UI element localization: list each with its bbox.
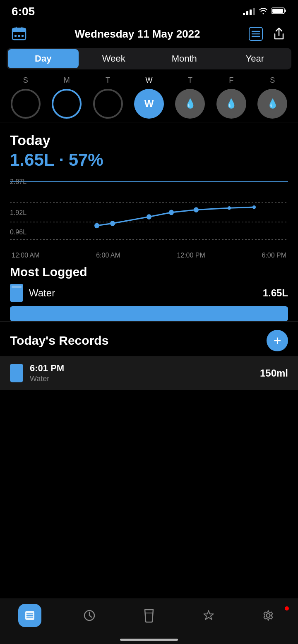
svg-point-21 [169, 210, 174, 215]
friday-ring: 💧 [216, 89, 246, 119]
add-record-button[interactable]: + [267, 330, 288, 351]
tab-month[interactable]: Month [149, 49, 220, 68]
records-header: Today's Records + [0, 321, 298, 351]
nav-item-favorites[interactable] [179, 604, 238, 627]
status-icons [243, 7, 286, 17]
today-label: Today [10, 132, 288, 148]
most-logged-row: Water 1.65L [10, 284, 288, 302]
svg-point-19 [110, 221, 115, 226]
nav-item-today[interactable] [0, 604, 60, 627]
today-stats: 1.65L · 57% [10, 150, 288, 170]
svg-rect-8 [18, 35, 20, 37]
chart-x-label-2: 12:00 PM [177, 252, 205, 259]
chart-x-labels: 12:00 AM 6:00 AM 12:00 PM 6:00 PM [10, 252, 288, 259]
chart-x-label-0: 12:00 AM [12, 252, 40, 259]
share-button[interactable] [270, 25, 288, 43]
list-button[interactable] [247, 25, 265, 43]
day-friday[interactable]: F 💧 [216, 76, 246, 119]
star-nav-icon [202, 609, 215, 622]
day-wednesday[interactable]: W W [134, 76, 164, 119]
battery-icon [272, 7, 286, 17]
bottom-navigation [0, 599, 298, 644]
sunday-ring [11, 89, 41, 119]
water-chart: 2.87L 1.92L 0.96L 12:00 AM 6:00 AM 12:00… [10, 178, 288, 257]
svg-rect-4 [12, 28, 26, 32]
list-nav-icon [24, 610, 36, 621]
svg-rect-1 [285, 10, 286, 12]
chart-x-label-3: 6:00 PM [262, 252, 286, 259]
svg-point-22 [194, 207, 199, 212]
period-segmented-control: Day Week Month Year [7, 48, 291, 69]
svg-point-33 [267, 614, 270, 618]
record-amount: 150ml [260, 367, 288, 379]
day-saturday[interactable]: S 💧 [257, 76, 287, 119]
chart-x-label-1: 6:00 AM [96, 252, 120, 259]
svg-point-24 [252, 205, 256, 209]
status-time: 6:05 [12, 5, 35, 18]
water-progress-bar [10, 306, 288, 321]
header-date-title: Wednesday 11 May 2022 [28, 28, 247, 41]
header-actions [247, 25, 288, 43]
tab-day[interactable]: Day [8, 49, 79, 68]
gear-nav-icon [262, 609, 275, 622]
logged-item-name: Water [29, 287, 55, 299]
water-cup-icon [10, 284, 23, 302]
calendar-toggle-button[interactable] [10, 25, 28, 43]
monday-ring [52, 89, 82, 119]
tuesday-ring [93, 89, 123, 119]
svg-rect-9 [22, 35, 24, 37]
day-tuesday[interactable]: T [93, 76, 123, 119]
nav-item-history[interactable] [60, 604, 119, 627]
svg-rect-2 [272, 9, 283, 13]
records-title: Today's Records [10, 334, 108, 348]
cup-nav-icon [143, 608, 155, 623]
tab-year[interactable]: Year [220, 49, 291, 68]
day-thursday[interactable]: T 💧 [175, 76, 205, 119]
svg-point-20 [147, 214, 151, 219]
svg-point-18 [94, 223, 99, 228]
day-monday[interactable]: M [52, 76, 82, 119]
signal-bars-icon [243, 8, 255, 15]
wifi-icon [258, 7, 268, 17]
thursday-ring: 💧 [175, 89, 205, 119]
settings-badge [285, 606, 289, 611]
svg-rect-7 [14, 35, 17, 37]
nav-item-settings[interactable] [238, 604, 298, 627]
most-logged-title: Most Logged [10, 265, 288, 279]
main-content: Today 1.65L · 57% 2.87L 1.92L [0, 122, 298, 351]
svg-point-23 [228, 206, 231, 210]
home-indicator [120, 639, 178, 641]
svg-line-31 [89, 615, 91, 617]
record-cup-icon [10, 364, 23, 382]
record-time: 6:01 PM [30, 363, 64, 374]
app-header: Wednesday 11 May 2022 [0, 21, 298, 48]
nav-item-drink[interactable] [119, 604, 179, 627]
saturday-ring: 💧 [257, 89, 287, 119]
wednesday-ring: W [134, 89, 164, 119]
record-type: Water [30, 374, 64, 383]
tab-week[interactable]: Week [79, 49, 149, 68]
week-day-selector: S M T W W T 💧 F 💧 S 💧 [0, 69, 298, 122]
clock-nav-icon [83, 609, 96, 622]
plus-icon: + [274, 334, 281, 347]
day-sunday[interactable]: S [11, 76, 41, 119]
logged-item-amount: 1.65L [263, 287, 288, 299]
chart-svg [10, 178, 288, 248]
record-item-0[interactable]: 6:01 PM Water 150ml [0, 356, 298, 390]
status-bar: 6:05 [0, 0, 298, 21]
